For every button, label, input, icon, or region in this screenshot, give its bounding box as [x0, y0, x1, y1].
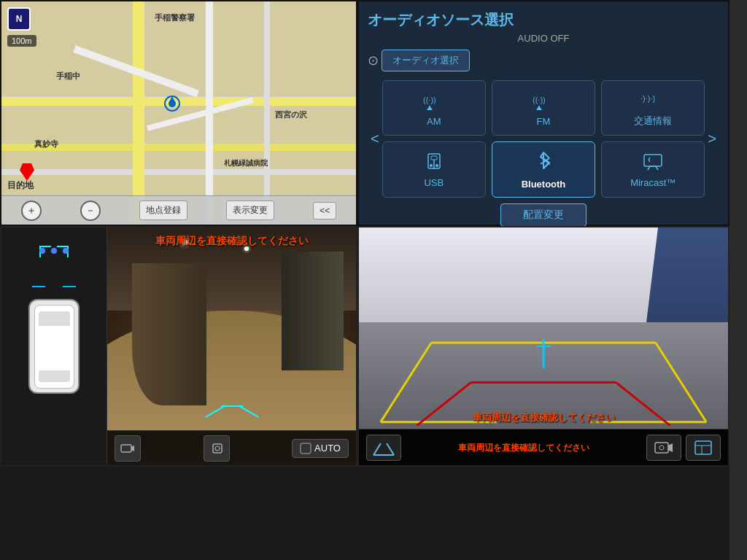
nav-map-panel: N 100m 手稲中 真妙寺 西宮の沢 手稲警察署 札幌緑誠病院 目的地 ＋ －: [0, 0, 357, 226]
blue-dot-2: [51, 248, 57, 254]
svg-line-29: [656, 343, 706, 422]
blue-dot-3: [63, 248, 69, 254]
bird-eye-view: [1, 228, 107, 465]
svg-rect-41: [655, 443, 668, 453]
destination-label: 目的地: [7, 179, 34, 192]
rear-camera-button[interactable]: [204, 435, 230, 462]
arrange-button[interactable]: 配置変更: [500, 203, 587, 227]
front-camera-button[interactable]: [115, 435, 141, 462]
rear-settings-icon[interactable]: [686, 435, 721, 461]
surround-camera-panel: 車両周辺を直接確認してください: [0, 226, 357, 467]
svg-point-43: [659, 446, 664, 450]
miracast-label: Miracast™: [630, 177, 676, 188]
surround-warning-text: 車両周辺を直接確認してください: [107, 235, 356, 248]
svg-text:((·)): ((·)): [533, 96, 546, 104]
svg-point-14: [436, 164, 438, 167]
svg-point-26: [215, 446, 220, 451]
building-left: [132, 263, 206, 406]
map-label-police: 手稲警察署: [155, 12, 195, 23]
svg-rect-44: [695, 441, 711, 454]
svg-text:·)·)·): ·)·)·): [640, 94, 655, 103]
auto-button[interactable]: AUTO: [292, 439, 349, 458]
audio-btn-traffic[interactable]: ·)·)·) 交通情報: [601, 80, 705, 136]
miracast-icon: [640, 151, 666, 174]
rear-warning-text: 車両周辺を直接確認してください: [359, 411, 728, 424]
top-indicators: [39, 248, 69, 254]
svg-line-17: [543, 163, 549, 168]
scale-bar: 100m: [7, 35, 36, 47]
rear-warning-label-bar: 車両周辺を直接確認してください: [401, 440, 646, 454]
svg-line-15: [543, 152, 549, 158]
audio-btn-am[interactable]: ((·)) AM: [382, 80, 486, 136]
road-vertical-1: [133, 1, 144, 225]
am-label: AM: [427, 116, 441, 127]
am-icon: ((·)): [421, 90, 447, 113]
audio-btn-usb[interactable]: USB: [382, 141, 486, 198]
svg-rect-23: [121, 445, 131, 452]
svg-text:((·)): ((·)): [423, 96, 436, 104]
audio-btn-fm[interactable]: ((·)) FM: [492, 80, 595, 136]
rear-icon-group: [646, 435, 721, 461]
bottom-bar: [0, 467, 729, 560]
cyan-parking-guides: [203, 378, 261, 407]
rear-bottom-bar: 車両周辺を直接確認してください: [359, 429, 728, 465]
nav-bottom-bar: ＋ － 地点登録 表示変更 <<: [1, 195, 356, 225]
menu-button[interactable]: <<: [313, 202, 336, 219]
rear-warning-label: 車両周辺を直接確認してください: [458, 443, 589, 453]
traffic-icon: ·)·)·): [640, 88, 666, 112]
selector-icon: ⊙: [368, 52, 379, 69]
road-horizontal-3: [1, 169, 356, 175]
building-right: [282, 252, 344, 370]
compass-indicator: N: [7, 7, 31, 31]
map-label-teine-chuu: 手稲中: [56, 71, 80, 82]
svg-point-13: [430, 164, 433, 167]
audio-status: AUDIO OFF: [368, 33, 719, 44]
svg-rect-25: [213, 444, 222, 453]
svg-line-28: [381, 343, 431, 422]
rear-guide-icon: [366, 435, 401, 461]
audio-panel-title: オーディオソース選択: [368, 10, 719, 30]
screen-grid: N 100m 手稲中 真妙寺 西宮の沢 手稲警察署 札幌緑誠病院 目的地 ＋ －: [0, 0, 747, 560]
svg-marker-5: [427, 106, 433, 110]
audio-selector-row: ⊙ オーディオ選択: [368, 50, 719, 71]
svg-rect-11: [431, 156, 437, 160]
usb-label: USB: [424, 177, 444, 188]
audio-next-arrow[interactable]: >: [705, 131, 719, 147]
bluetooth-icon: [530, 149, 557, 176]
rear-camera-panel: 車両周辺を直接確認してください 車両周辺を直接確認してください: [357, 226, 729, 467]
audio-source-grid: ((·)) AM ((·)): [382, 80, 705, 198]
zoom-out-button[interactable]: －: [80, 201, 101, 221]
road-vertical-3: [264, 1, 270, 225]
svg-line-39: [387, 443, 394, 455]
car-top-view: [28, 299, 80, 394]
audio-prev-arrow[interactable]: <: [368, 131, 382, 147]
audio-panel: オーディオソース選択 AUDIO OFF ⊙ オーディオ選択 < ((·)): [357, 0, 729, 226]
svg-line-38: [374, 443, 381, 455]
register-point-button[interactable]: 地点登録: [139, 201, 187, 220]
traffic-label: 交通情報: [634, 114, 672, 128]
cyan-guide-bottom: [221, 405, 243, 407]
audio-btn-miracast[interactable]: Miracast™: [601, 141, 705, 198]
bluetooth-label: Bluetooth: [522, 179, 566, 190]
map-label-nishimiya: 西宮の沢: [275, 109, 307, 120]
rear-guide-icon-group: [366, 435, 401, 461]
audio-btn-bluetooth[interactable]: Bluetooth: [492, 141, 595, 198]
svg-rect-19: [644, 155, 662, 166]
zoom-in-button[interactable]: ＋: [21, 201, 42, 221]
bird-eye-container: [28, 228, 80, 465]
audio-grid-container: < ((·)) AM: [368, 80, 719, 198]
surround-bottom-bar: AUTO: [107, 430, 356, 465]
rear-camera-icon[interactable]: [646, 435, 681, 461]
display-change-button[interactable]: 表示変更: [226, 201, 274, 220]
audio-selector-tab[interactable]: オーディオ選択: [382, 50, 470, 71]
map-label-hospital: 札幌緑誠病院: [224, 158, 268, 168]
blue-dot-1: [39, 248, 45, 254]
current-position: [163, 95, 181, 115]
side-guides: [32, 286, 76, 287]
fm-label: FM: [537, 116, 551, 127]
fm-icon: ((·)): [530, 90, 557, 113]
svg-rect-27: [301, 443, 311, 454]
map-label-shinmyoji: 真妙寺: [34, 139, 58, 149]
svg-marker-42: [668, 443, 673, 452]
arrange-btn-container: 配置変更: [368, 198, 719, 227]
